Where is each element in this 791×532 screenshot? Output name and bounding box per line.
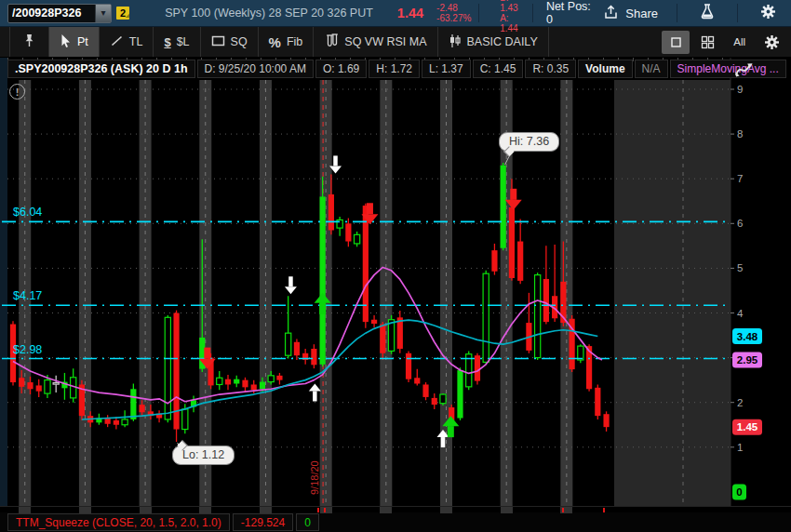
layout-single-chart-button[interactable] — [662, 31, 690, 54]
divider — [737, 4, 738, 22]
ohlc-open: O: 1.69 — [315, 60, 367, 78]
dollar-level-icon: $ — [164, 35, 170, 49]
squeeze-histogram-tick — [317, 508, 319, 512]
info-alert-icon[interactable] — [9, 84, 25, 100]
study-legend[interactable]: SimpleMovingAvg ... — [670, 60, 786, 78]
pin-icon — [23, 33, 35, 50]
share-button[interactable]: Share — [592, 0, 669, 27]
drawing-toolbar: Pt TL $ $L SQ % Fib SQ VW RSI MA BASIC D… — [0, 27, 791, 58]
day-separator-mark — [260, 507, 272, 513]
studies-set-label: SQ VW RSI MA — [344, 35, 426, 48]
svg-text:9: 9 — [737, 84, 743, 95]
lower-study-bar: TTM_Squeeze (CLOSE, 20, 1.5, 2.0, 1.0) -… — [0, 512, 791, 532]
day-separator-mark — [140, 507, 152, 513]
divider — [532, 4, 533, 22]
change-value: -2.48 — [436, 3, 471, 13]
lower-study-value: -129.524 — [233, 513, 293, 531]
linked-group-badge[interactable]: 2 — [116, 7, 129, 20]
svg-text:$6.04: $6.04 — [13, 206, 42, 219]
all-charts-button[interactable]: All — [725, 33, 754, 51]
day-separator-mark — [19, 507, 31, 513]
analyze-lab-button[interactable] — [685, 0, 730, 27]
share-icon — [603, 5, 619, 22]
svg-text:0: 0 — [736, 486, 742, 498]
ohlc-date: D: 9/25/20 10:00 AM — [197, 60, 314, 78]
tool-pointer[interactable]: Pt — [49, 27, 100, 57]
test-tubes-icon — [324, 33, 339, 50]
svg-text:2: 2 — [737, 397, 743, 408]
chart-header: .SPY200928P326 (ASK) 20 D 1h D: 9/25/20 … — [0, 59, 788, 79]
studies-set-button[interactable]: SQ VW RSI MA — [314, 27, 437, 57]
divider — [478, 4, 479, 22]
app-settings-button[interactable] — [745, 0, 791, 27]
rectangle-icon — [211, 35, 225, 49]
chart-style-button[interactable]: BASIC DAILY — [438, 27, 549, 57]
day-separator-mark — [380, 507, 392, 513]
ohlc-low: L: 1.37 — [422, 60, 471, 78]
change-percent: -63.27% — [436, 13, 471, 23]
day-separator-mark — [501, 507, 513, 513]
symbol-box[interactable] — [7, 4, 112, 23]
chart-settings-button[interactable] — [757, 31, 785, 54]
chart-style-label: BASIC DAILY — [467, 35, 538, 48]
svg-text:6: 6 — [737, 218, 743, 229]
last-price: 1.44 — [397, 6, 423, 20]
chart-title: .SPY200928P326 (ASK) 20 D 1h — [7, 60, 195, 78]
symbol-description: SPY 100 (Weeklys) 28 SEP 20 326 PUT — [165, 7, 373, 20]
lower-study-zero: 0 — [296, 513, 319, 531]
svg-text:8: 8 — [737, 128, 743, 140]
svg-text:4: 4 — [737, 308, 744, 319]
day-separator-mark — [79, 507, 91, 513]
tool-fibonacci-label: Fib — [287, 35, 302, 48]
share-label: Share — [625, 7, 658, 20]
cursor-arrow-icon — [60, 33, 72, 51]
svg-text:7: 7 — [737, 173, 743, 184]
svg-text:$2.98: $2.98 — [13, 343, 42, 356]
tool-fibonacci[interactable]: % Fib — [259, 27, 315, 57]
day-separator-mark — [440, 507, 452, 513]
ohlc-range: R: 0.35 — [525, 60, 576, 78]
layout-grid-button[interactable] — [693, 31, 721, 54]
top-bar: 2 SPY 100 (Weeklys) 28 SEP 20 326 PUT 1.… — [0, 0, 791, 27]
symbol-dropdown-button[interactable] — [95, 5, 111, 22]
bid-value: B: 1.43 — [500, 0, 525, 13]
candlestick-icon — [449, 33, 462, 51]
price-change: -2.48 -63.27% — [436, 3, 471, 23]
lower-study-name[interactable]: TTM_Squeeze (CLOSE, 20, 1.5, 2.0, 1.0) — [7, 513, 230, 531]
interactive-cursor-icon[interactable] — [733, 60, 757, 83]
ohlc-high: H: 1.72 — [369, 60, 420, 78]
ohlc-close: C: 1.45 — [473, 60, 524, 78]
price-chart-svg[interactable]: 9/18/20$6.04$4.17$2.989876543213.482.951… — [0, 58, 791, 506]
svg-text:3.48: 3.48 — [737, 331, 758, 342]
high-callout: Hi: 7.36 — [499, 132, 559, 152]
symbol-input[interactable] — [8, 7, 95, 20]
svg-text:9/18/20: 9/18/20 — [309, 460, 320, 495]
squeeze-histogram-tick — [324, 508, 326, 512]
collapsed-study-strip[interactable] — [0, 506, 791, 512]
svg-text:2.95: 2.95 — [737, 354, 758, 366]
tool-rectangle-label: SQ — [231, 35, 248, 48]
svg-text:$4.17: $4.17 — [13, 289, 42, 302]
gear-icon — [760, 4, 776, 23]
flask-icon — [700, 4, 715, 23]
day-separator-mark — [320, 507, 332, 513]
tool-price-level[interactable]: $ $L — [154, 27, 200, 57]
divider — [677, 4, 677, 22]
svg-text:1: 1 — [737, 442, 743, 453]
pin-toolbar-button[interactable] — [9, 27, 49, 57]
tool-trendline[interactable]: TL — [100, 27, 154, 57]
svg-text:5: 5 — [737, 262, 743, 273]
chart-area: 9/18/20$6.04$4.17$2.989876543213.482.951… — [0, 58, 791, 506]
squeeze-histogram-tick — [562, 508, 564, 512]
low-callout: Lo: 1.12 — [172, 446, 235, 465]
svg-text:1.45: 1.45 — [737, 421, 758, 432]
percent-icon: % — [269, 34, 281, 50]
tool-rectangle[interactable]: SQ — [201, 27, 259, 57]
tool-trendline-label: TL — [129, 35, 143, 48]
trendline-icon — [110, 34, 124, 50]
tool-pointer-label: Pt — [77, 35, 88, 48]
volume-label: Volume — [578, 60, 632, 78]
tool-price-level-label: $L — [177, 35, 190, 48]
squeeze-histogram-tick — [603, 508, 605, 512]
day-separator-mark — [199, 507, 211, 513]
